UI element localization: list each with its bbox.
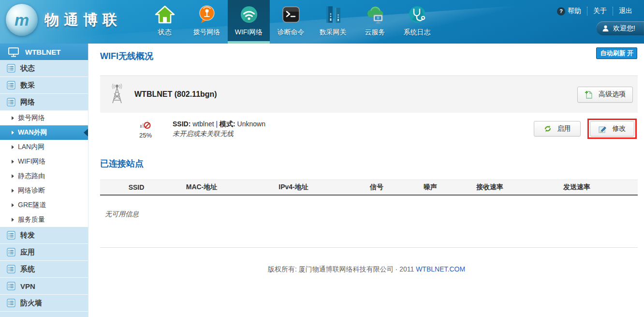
nav-tab-data-gateway[interactable]: 数采网关 <box>312 0 354 44</box>
sidebar-item-dial-network[interactable]: 拨号网络 <box>0 111 88 125</box>
sidebar-item-label: 数采 <box>20 81 35 90</box>
list-icon <box>7 299 15 307</box>
about-label: 关于 <box>593 7 607 15</box>
welcome-user-button[interactable]: 欢迎您! <box>596 21 644 35</box>
brand-logo: m 物通博联 <box>6 4 122 36</box>
copyright-text: 版权所有: 厦门物通博联网络科技有限公司 · 2011 <box>268 265 414 273</box>
signal-disabled-icon <box>140 119 151 129</box>
nav-tab-status[interactable]: 状态 <box>144 0 186 44</box>
sidebar-item-gre-tunnel[interactable]: GRE隧道 <box>0 198 88 212</box>
sidebar-item-lan[interactable]: LAN内网 <box>0 140 88 154</box>
col-ssid: SSID <box>100 180 173 195</box>
logout-label: 退出 <box>619 7 632 15</box>
gateway-icon <box>322 3 344 26</box>
sidebar-item-status[interactable]: 状态 <box>0 60 88 77</box>
main-content: WIFI无线概况 自动刷新 开 WTBLNET (802.11bgn) 高级选项… <box>89 44 644 317</box>
signal-block: 25% <box>134 119 157 139</box>
nav-tab-dial-network[interactable]: 拨号网络 <box>186 0 228 44</box>
enable-button-label: 启用 <box>557 124 571 133</box>
sidebar-item-label: GRE隧道 <box>18 201 46 210</box>
page-title: WIFI无线概况 <box>100 50 644 62</box>
separator: | <box>216 120 218 128</box>
brand-name: 物通博联 <box>44 10 122 30</box>
system-log-icon <box>406 3 428 26</box>
sidebar-item-network[interactable]: 网络 <box>0 94 88 111</box>
sidebar-item-label: 应用 <box>20 248 35 257</box>
sidebar-item-wan[interactable]: WAN外网 <box>0 125 88 140</box>
sidebar-item-label: 网络 <box>20 98 35 107</box>
nav-tab-system-log[interactable]: 系统日志 <box>396 0 438 44</box>
footer-divider <box>100 247 638 248</box>
advanced-options-button[interactable]: 高级选项 <box>577 87 633 103</box>
list-icon <box>7 282 15 290</box>
sidebar-item-forwarding[interactable]: 转发 <box>0 227 88 244</box>
home-icon <box>154 3 176 26</box>
sidebar-item-label: VPN <box>20 282 35 290</box>
auto-refresh-toggle[interactable]: 自动刷新 开 <box>596 47 637 59</box>
nav-tab-cloud-service[interactable]: 云服务 <box>354 0 396 44</box>
sidebar-item-system[interactable]: 系统 <box>0 261 88 278</box>
caret-right-icon <box>12 203 14 207</box>
stations-header-row: SSID MAC-地址 IPv4-地址 信号 噪声 接收速率 发送速率 <box>100 180 638 195</box>
caret-right-icon <box>12 218 14 222</box>
enable-button[interactable]: 启用 <box>534 121 581 136</box>
caret-right-icon <box>12 189 14 193</box>
sidebar-item-qos[interactable]: 服务质量 <box>0 212 88 227</box>
list-icon <box>7 81 15 90</box>
wifi-panel-header: WTBLNET (802.11bgn) 高级选项 <box>100 75 638 113</box>
sidebar-item-label: WAN外网 <box>18 128 47 137</box>
sidebar-item-network-diagnostic[interactable]: 网络诊断 <box>0 183 88 198</box>
col-noise: 噪声 <box>397 180 464 195</box>
nav-tab-wifi-network[interactable]: WIFI网络 <box>228 0 270 44</box>
sidebar-item-firewall[interactable]: 防火墙 <box>0 295 88 312</box>
wifi-status-text: 未开启或未关联无线 <box>173 129 265 138</box>
wtblnet-com-link[interactable]: WTBLNET.COM <box>416 265 465 273</box>
sidebar-item-label: 防火墙 <box>20 299 42 308</box>
sidebar-item-application[interactable]: 应用 <box>0 244 88 261</box>
sidebar-item-label: 网络诊断 <box>18 186 45 195</box>
caret-right-icon <box>12 131 14 135</box>
nav-tab-label: WIFI网络 <box>235 28 263 37</box>
monitor-icon <box>8 47 19 57</box>
caret-right-icon <box>12 160 14 164</box>
sidebar-item-label: 拨号网络 <box>18 114 45 122</box>
col-ipv4-address: IPv4-地址 <box>231 180 356 195</box>
sidebar-item-data-collect[interactable]: 数采 <box>0 77 88 94</box>
dial-network-icon <box>196 3 218 26</box>
wifi-row-actions: 启用 修改 <box>534 119 638 139</box>
advanced-options-label: 高级选项 <box>599 90 626 99</box>
nav-tab-label: 系统日志 <box>404 28 431 37</box>
help-link[interactable]: ? 帮助 <box>551 7 587 15</box>
logo-sphere-icon: m <box>6 4 38 36</box>
list-icon <box>7 248 15 257</box>
list-icon <box>7 265 15 273</box>
col-mac-address: MAC-地址 <box>173 180 231 195</box>
sidebar-item-label: 转发 <box>20 231 35 240</box>
sidebar-item-wifi[interactable]: WIFI网络 <box>0 154 88 169</box>
nav-tab-label: 云服务 <box>365 28 385 37</box>
nav-tab-diagnostic-command[interactable]: 诊断命令 <box>270 0 312 44</box>
sidebar-item-label: 静态路由 <box>18 172 45 181</box>
sidebar-device-header: WTBLNET <box>0 44 88 60</box>
refresh-icon <box>544 125 552 133</box>
list-icon <box>7 98 15 106</box>
edit-button[interactable]: 修改 <box>590 121 634 136</box>
header-utility-links: ? 帮助 关于 退出 <box>551 7 638 15</box>
mode-value: Unknown <box>237 120 265 128</box>
list-icon <box>7 64 15 73</box>
about-link[interactable]: 关于 <box>587 7 613 15</box>
cloud-service-icon <box>364 3 386 26</box>
welcome-label: 欢迎您! <box>613 24 635 33</box>
connected-stations-table: SSID MAC-地址 IPv4-地址 信号 噪声 接收速率 发送速率 <box>100 180 638 196</box>
main-nav: 状态 拨号网络 WIFI网络 诊断命令 数采网关 <box>144 0 438 44</box>
wifi-network-row: 25% SSID: wtblnet | 模式: Unknown 未开启或未关联无… <box>100 113 638 145</box>
sidebar-item-label: 系统 <box>20 265 35 274</box>
nav-tab-label: 状态 <box>158 28 172 37</box>
sidebar-item-vpn[interactable]: VPN <box>0 278 88 295</box>
top-header-bar: m 物通博联 状态 拨号网络 WIFI网络 诊断命令 <box>0 0 644 44</box>
col-rx-rate: 接收速率 <box>464 180 516 195</box>
sidebar-item-static-route[interactable]: 静态路由 <box>0 169 88 183</box>
advanced-options-icon <box>585 91 593 99</box>
sidebar-item-label: 状态 <box>20 64 35 73</box>
logout-link[interactable]: 退出 <box>613 7 638 15</box>
